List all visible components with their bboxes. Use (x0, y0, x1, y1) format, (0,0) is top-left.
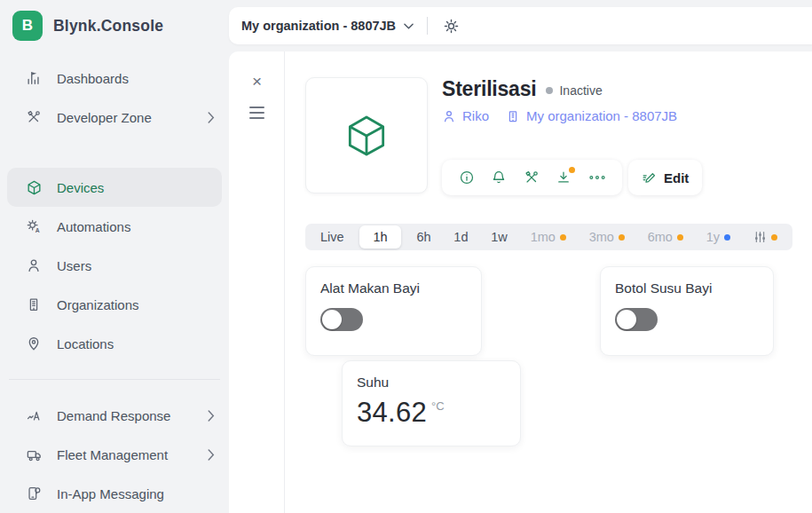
cube-icon (25, 178, 43, 196)
content-panel: × Sterilisasi Inactive (229, 51, 812, 513)
gear-icon (443, 18, 460, 35)
bar-chart-icon (25, 69, 43, 87)
device-image[interactable] (305, 77, 428, 193)
notification-dot (569, 167, 575, 173)
sidebar-divider (9, 379, 220, 380)
status-dot-icon (546, 87, 553, 94)
ellipsis-icon (588, 173, 606, 182)
svg-text:A: A (35, 227, 40, 233)
widget-switch-botol-susu-bayi: Botol Susu Bayi (600, 266, 774, 356)
demand-response-icon (25, 406, 43, 424)
sidebar-item-fleet-management[interactable]: Fleet Management (0, 435, 229, 474)
device-owner-link[interactable]: Riko (442, 108, 489, 123)
sidebar-item-automations[interactable]: A Automations (0, 207, 229, 246)
sidebar-item-in-app-messaging[interactable]: In-App Messaging (0, 474, 229, 513)
tab-1w[interactable]: 1w (491, 230, 508, 244)
topbar-divider (427, 17, 428, 35)
upgrade-dot (771, 234, 777, 241)
panel-controls-strip: × (229, 51, 285, 513)
tab-3mo[interactable]: 3mo (589, 230, 625, 244)
sidebar-item-dashboards[interactable]: Dashboards (0, 59, 229, 98)
chevron-right-icon (208, 449, 215, 461)
device-title-row: Sterilisasi Inactive (442, 77, 677, 101)
brand-logo[interactable]: B Blynk.Console (0, 0, 229, 51)
device-setup-button[interactable] (524, 170, 540, 185)
chevron-right-icon (208, 112, 215, 123)
toggle-switch[interactable] (320, 308, 363, 331)
menu-hamburger-icon[interactable] (249, 107, 264, 119)
settings-gear-button[interactable] (443, 18, 460, 35)
blynk-logo-icon: B (12, 11, 43, 41)
tools-icon (25, 108, 43, 126)
device-page: Sterilisasi Inactive Riko (285, 51, 812, 513)
sidebar: B Blynk.Console Dashboards Developer Zon… (0, 0, 229, 513)
building-icon (506, 109, 520, 123)
sidebar-item-users[interactable]: Users (0, 246, 229, 285)
brand-title: Blynk.Console (53, 17, 163, 36)
toggle-knob (617, 310, 636, 329)
sidebar-nav: Dashboards Developer Zone Devices (0, 51, 229, 513)
bell-icon (491, 170, 507, 185)
tab-1h[interactable]: 1h (359, 225, 400, 249)
close-icon[interactable]: × (229, 73, 285, 90)
info-button[interactable] (459, 170, 475, 185)
edit-pencil-icon (642, 170, 657, 185)
info-dot (724, 234, 730, 241)
phone-message-icon (25, 485, 43, 502)
toggle-switch[interactable] (615, 308, 658, 331)
chevron-right-icon (208, 410, 215, 422)
toggle-knob (322, 310, 342, 329)
tools-icon (524, 170, 540, 185)
tab-live[interactable]: Live (320, 230, 344, 244)
tab-custom-range[interactable] (753, 231, 777, 243)
widget-value-suhu: Suhu 34.62 °C (342, 360, 521, 446)
notifications-button[interactable] (491, 170, 507, 185)
download-button[interactable] (556, 170, 572, 185)
device-meta-row: Riko My organization - 8807JB (442, 108, 677, 123)
sidebar-item-locations[interactable]: Locations (0, 324, 229, 363)
device-actions-bar (442, 160, 622, 195)
person-icon (442, 109, 456, 123)
truck-icon (25, 446, 43, 463)
nav-spacer (0, 137, 229, 168)
sidebar-item-developer-zone[interactable]: Developer Zone (0, 98, 229, 137)
blynk-console-app: B Blynk.Console Dashboards Developer Zon… (0, 0, 812, 513)
upgrade-dot (619, 234, 625, 241)
time-range-bar: Live 1h 6h 1d 1w 1mo 3mo 6mo 1y (305, 224, 792, 250)
organization-selector[interactable]: My organization - 8807JB (241, 19, 414, 33)
device-info: Sterilisasi Inactive Riko (442, 77, 677, 123)
widget-label: Suhu (357, 375, 506, 391)
map-pin-icon (25, 335, 43, 352)
sidebar-item-devices[interactable]: Devices (7, 168, 222, 207)
tab-1y[interactable]: 1y (706, 230, 730, 244)
device-organization-link[interactable]: My organization - 8807JB (506, 108, 677, 123)
value-row: 34.62 °C (357, 397, 506, 429)
edit-button-label: Edit (664, 170, 689, 185)
sliders-icon (753, 231, 767, 243)
edit-button[interactable]: Edit (628, 160, 702, 195)
tab-1mo[interactable]: 1mo (531, 230, 566, 244)
cube-icon (342, 111, 391, 161)
topbar: My organization - 8807JB (229, 7, 812, 44)
widget-switch-alat-makan-bayi: Alat Makan Bayi (305, 266, 482, 356)
building-icon (25, 296, 43, 313)
upgrade-dot (560, 234, 566, 241)
temperature-unit: °C (431, 399, 445, 413)
organization-selector-label: My organization - 8807JB (241, 19, 396, 33)
tab-6mo[interactable]: 6mo (648, 230, 683, 244)
automation-icon: A (25, 217, 43, 235)
more-actions-button[interactable] (588, 173, 606, 182)
tab-6h[interactable]: 6h (416, 230, 430, 244)
user-icon (25, 256, 43, 274)
widget-label: Alat Makan Bayi (320, 280, 467, 296)
sidebar-item-demand-response[interactable]: Demand Response (0, 396, 229, 435)
tab-1d[interactable]: 1d (453, 230, 468, 244)
upgrade-dot (677, 234, 683, 241)
widget-label: Botol Susu Bayi (615, 280, 759, 296)
device-status: Inactive (559, 83, 602, 98)
device-name: Sterilisasi (442, 77, 536, 101)
temperature-value: 34.62 (357, 397, 427, 429)
info-icon (459, 170, 475, 185)
sidebar-item-organizations[interactable]: Organizations (0, 285, 229, 324)
chevron-down-icon (404, 23, 414, 29)
